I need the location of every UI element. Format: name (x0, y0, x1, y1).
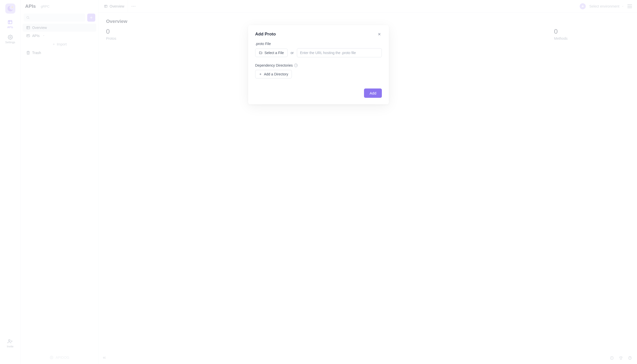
close-icon (377, 32, 381, 36)
select-file-label: Select a File (264, 51, 284, 55)
dep-dirs-label: Dependency Directories ? (255, 63, 382, 67)
modal-close-button[interactable] (377, 32, 382, 37)
proto-file-label: .proto File (255, 42, 382, 46)
modal-title: Add Proto (255, 32, 276, 37)
select-file-button[interactable]: Select a File (255, 49, 288, 57)
add-proto-modal: Add Proto .proto File Select a File or D… (248, 25, 389, 104)
add-directory-label: Add a Directory (264, 72, 288, 76)
add-directory-button[interactable]: Add a Directory (255, 70, 292, 78)
folder-icon (259, 51, 262, 55)
add-submit-button[interactable]: Add (364, 88, 382, 98)
proto-url-input[interactable] (297, 48, 382, 57)
help-icon[interactable]: ? (294, 64, 298, 67)
plus-icon (259, 73, 262, 76)
or-text: or (291, 51, 294, 55)
